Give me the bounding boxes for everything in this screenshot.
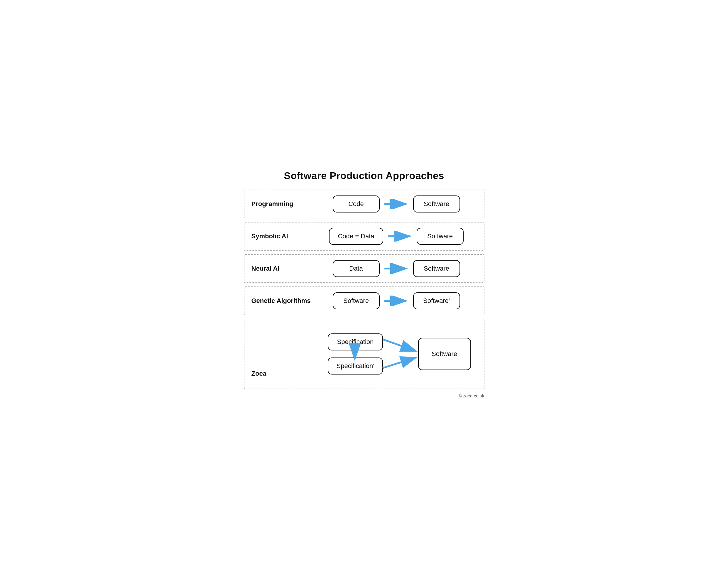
arrow-genetic (383, 296, 410, 306)
row-label-zoea: Zoea (251, 370, 316, 383)
node-software-neural: Software (413, 260, 460, 277)
copyright: © zoea.co.uk (244, 393, 484, 398)
node-code-data: Code = Data (329, 228, 383, 245)
node-software-programming: Software (413, 195, 460, 212)
row-symbolic-ai: Symbolic AI Code = Data Software (244, 222, 484, 251)
row-label-symbolic-ai: Symbolic AI (251, 232, 316, 240)
node-software-genetic-input: Software (333, 292, 380, 309)
page-container: Software Production Approaches Programmi… (232, 161, 496, 404)
row-content-symbolic-ai: Code = Data Software (316, 228, 477, 245)
row-content-programming: Code Software (316, 195, 477, 212)
node-specification: Specification (328, 333, 383, 350)
node-code: Code (333, 195, 380, 212)
svg-line-12 (383, 339, 416, 351)
zoea-right-box: Software (418, 338, 471, 370)
zoea-content: Specification Specification' Software (316, 325, 477, 383)
row-label-neural-ai: Neural AI (251, 265, 316, 272)
zoea-left-column: Specification Specification' (328, 333, 383, 375)
svg-line-13 (383, 357, 416, 368)
row-genetic-algorithms: Genetic Algorithms Software Software' (244, 286, 484, 315)
row-programming: Programming Code Software (244, 190, 484, 218)
row-zoea: Zoea Specification Specification' Softwa… (244, 319, 484, 389)
row-content-neural-ai: Data Software (316, 260, 477, 277)
node-software-prime-genetic: Software' (413, 292, 460, 309)
node-specification-prime: Specification' (328, 357, 383, 375)
row-label-genetic: Genetic Algorithms (251, 297, 316, 305)
node-software-zoea: Software (418, 338, 471, 370)
node-software-symbolic: Software (417, 228, 464, 245)
arrow-neural-ai (383, 263, 410, 274)
arrow-programming (383, 199, 410, 209)
row-content-genetic: Software Software' (316, 292, 477, 309)
row-neural-ai: Neural AI Data Software (244, 254, 484, 283)
row-label-programming: Programming (251, 200, 316, 208)
diagram-area: Programming Code Software S (244, 190, 484, 389)
arrow-symbolic-ai (387, 231, 413, 242)
node-data: Data (333, 260, 380, 277)
page-title: Software Production Approaches (244, 170, 484, 181)
